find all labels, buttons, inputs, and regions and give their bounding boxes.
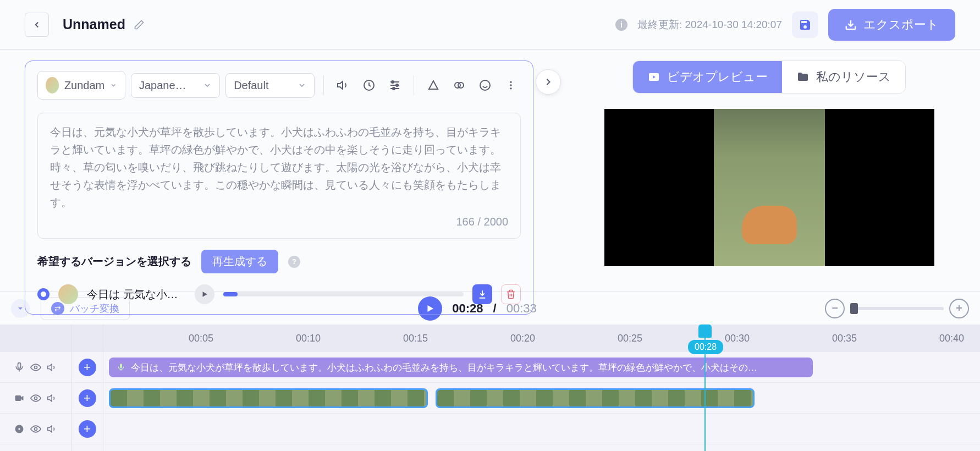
ruler-mark: 00:15 xyxy=(403,324,510,352)
video-track-row[interactable] xyxy=(103,383,980,414)
language-name: Japane… xyxy=(139,79,186,92)
svg-point-6 xyxy=(396,84,398,86)
save-icon xyxy=(799,18,812,31)
more-vertical-icon xyxy=(505,80,516,91)
editor-toolbar: Zundam Japane… Default xyxy=(37,71,521,100)
info-icon[interactable]: i xyxy=(615,19,627,31)
video-icon[interactable] xyxy=(14,393,25,404)
export-button[interactable]: エクスポート xyxy=(828,9,955,41)
version-label: 希望するバージョンを選択する xyxy=(37,254,191,269)
ruler-mark: 00:30 xyxy=(725,324,832,352)
eye-icon[interactable] xyxy=(30,362,41,373)
svg-point-15 xyxy=(510,87,511,89)
preview-tabs: ビデオプレビュー 私のリソース xyxy=(632,61,906,94)
add-music-track-button[interactable]: + xyxy=(79,420,96,438)
zoom-in-button[interactable]: + xyxy=(949,299,969,318)
volume-button[interactable] xyxy=(333,74,353,97)
text-input-box[interactable]: 今日は、元気な小犬が草坪を散歩しています。小犬はふわふわの毛並みを持ち、目がキラ… xyxy=(37,113,521,239)
speaker-icon[interactable] xyxy=(47,393,58,404)
svg-point-26 xyxy=(34,397,37,399)
svg-point-10 xyxy=(480,80,490,90)
audio-clip[interactable]: 今日は、元気な小犬が草坪を散歩しています。小犬はふわふわの毛並みを持ち、目がキラ… xyxy=(109,358,813,377)
timeline-ruler[interactable]: 00:0500:1000:1500:2000:2500:3000:3500:40 xyxy=(103,324,980,352)
tab-resources[interactable]: 私のリソース xyxy=(782,61,905,93)
ruler-mark: 00:05 xyxy=(189,324,296,352)
track-radio[interactable] xyxy=(37,288,49,300)
ruler-mark: 00:40 xyxy=(939,324,980,352)
mic-icon xyxy=(117,363,125,372)
more-button[interactable] xyxy=(500,74,521,97)
music-icon[interactable] xyxy=(14,424,25,435)
add-video-track-button[interactable]: + xyxy=(79,389,96,407)
zoom-slider[interactable] xyxy=(850,307,944,310)
tab-video-preview[interactable]: ビデオプレビュー xyxy=(633,61,782,93)
svg-point-5 xyxy=(392,81,394,83)
speaker-icon[interactable] xyxy=(47,362,58,373)
add-audio-track-button[interactable]: + xyxy=(79,359,96,376)
link-button[interactable] xyxy=(449,74,469,97)
emotion-button[interactable] xyxy=(475,74,495,97)
svg-point-7 xyxy=(393,87,395,90)
svg-rect-24 xyxy=(15,395,21,401)
download-icon xyxy=(845,19,857,31)
triangle-icon xyxy=(427,79,440,92)
svg-point-13 xyxy=(510,81,511,83)
speaker-icon[interactable] xyxy=(47,424,58,435)
playhead[interactable]: 00:28 xyxy=(704,324,706,451)
voice-dropdown[interactable]: Zundam xyxy=(37,71,125,100)
pencil-icon xyxy=(134,19,145,30)
track-avatar xyxy=(58,284,78,304)
play-icon xyxy=(201,290,208,298)
track-progress[interactable] xyxy=(223,292,464,296)
ruler-mark: 00:20 xyxy=(510,324,618,352)
folder-icon xyxy=(796,70,810,84)
track-play-button[interactable] xyxy=(195,284,214,304)
editor-panel: Zundam Japane… Default xyxy=(0,50,558,292)
settings-button[interactable] xyxy=(384,74,405,97)
style-dropdown[interactable]: Default xyxy=(225,73,315,98)
pitch-button[interactable] xyxy=(423,74,443,97)
sliders-icon xyxy=(388,79,401,92)
music-track-controls xyxy=(0,414,71,444)
speed-button[interactable] xyxy=(359,74,379,97)
svg-marker-27 xyxy=(47,395,52,402)
regenerate-button[interactable]: 再生成する xyxy=(201,250,278,273)
smile-icon xyxy=(478,79,492,92)
audio-track-controls xyxy=(0,352,71,383)
back-button[interactable] xyxy=(25,13,49,37)
video-clip-1[interactable] xyxy=(109,388,428,408)
eye-icon[interactable] xyxy=(30,424,41,435)
audio-track-row[interactable]: 今日は、元気な小犬が草坪を散歩しています。小犬はふわふわの毛並みを持ち、目がキラ… xyxy=(103,352,980,383)
video-clip-2[interactable] xyxy=(436,388,755,408)
last-update: 最終更新: 2024-10-30 14:20:07 xyxy=(637,18,782,32)
preview-panel: ビデオプレビュー 私のリソース xyxy=(558,50,980,292)
ruler-mark: 00:35 xyxy=(832,324,939,352)
video-track-controls xyxy=(0,383,71,414)
speed-icon xyxy=(362,79,376,92)
char-count: 166 / 2000 xyxy=(50,216,508,228)
language-dropdown[interactable]: Japane… xyxy=(131,73,220,98)
help-icon[interactable]: ? xyxy=(288,256,300,268)
timeline: + + + 00:0500:1000:1500:2000:2500:3000:3… xyxy=(0,324,980,451)
svg-marker-16 xyxy=(203,292,207,296)
link-icon xyxy=(453,79,466,92)
video-preview[interactable] xyxy=(604,109,934,266)
track-download-button[interactable] xyxy=(472,284,492,304)
header: Unnamed i 最終更新: 2024-10-30 14:20:07 エクスポ… xyxy=(0,0,980,50)
eye-icon[interactable] xyxy=(30,393,41,404)
expand-panel-button[interactable] xyxy=(536,69,561,95)
trash-icon xyxy=(506,289,516,299)
svg-marker-0 xyxy=(338,81,343,89)
mic-icon[interactable] xyxy=(14,362,25,373)
volume-icon xyxy=(337,79,350,92)
zoom-out-button[interactable]: − xyxy=(825,299,845,318)
save-button[interactable] xyxy=(792,12,818,38)
export-label: エクスポート xyxy=(863,16,939,33)
svg-rect-32 xyxy=(120,364,122,368)
music-track-row[interactable] xyxy=(103,414,980,444)
chevron-down-icon xyxy=(203,81,212,90)
track-delete-button[interactable] xyxy=(501,284,521,304)
edit-title-button[interactable] xyxy=(134,19,145,30)
chevron-right-icon xyxy=(543,76,554,87)
voice-name: Zundam xyxy=(64,79,104,92)
